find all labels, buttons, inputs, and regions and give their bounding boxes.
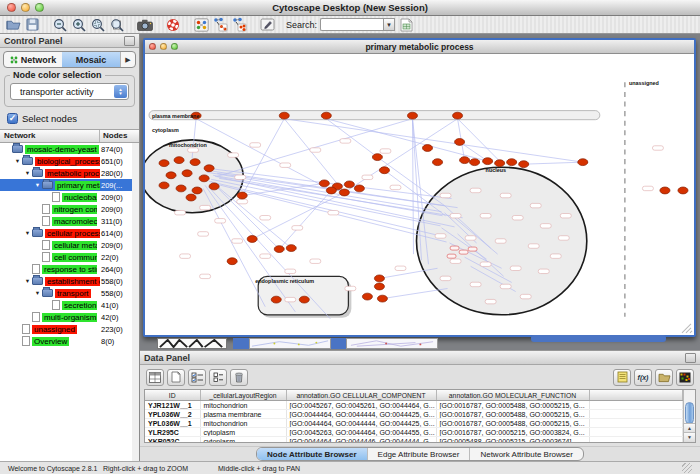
network-node[interactable] — [362, 293, 372, 300]
tree-row[interactable]: ▼metabolic process280(0) — [0, 167, 132, 179]
network-node[interactable] — [372, 154, 382, 161]
annotation-icon[interactable] — [259, 17, 275, 32]
network-node[interactable] — [190, 159, 200, 166]
network-node[interactable] — [578, 159, 588, 166]
network-edge[interactable] — [326, 119, 377, 157]
network-node[interactable] — [299, 296, 309, 303]
attribute-table-icon[interactable] — [146, 369, 164, 386]
background-window-edge[interactable] — [531, 335, 666, 342]
network-node[interactable] — [423, 145, 433, 152]
import-network-icon[interactable] — [398, 17, 414, 32]
tree-row[interactable]: mosaic-demo-yeast874(0) — [0, 143, 132, 155]
zoom-fit-icon[interactable] — [109, 17, 125, 32]
more-tabs-icon[interactable]: ▶ — [120, 52, 135, 67]
tree-row[interactable]: response to stimulu264(0) — [0, 263, 132, 275]
create-network-view-icon[interactable] — [193, 17, 209, 32]
import-attributes-icon[interactable] — [655, 369, 673, 386]
scrollbar-thumb[interactable] — [685, 402, 694, 424]
background-window-view[interactable] — [346, 338, 438, 349]
zoom-selected-region-icon[interactable] — [90, 17, 106, 32]
expand-arrow-icon[interactable]: ▼ — [33, 182, 42, 188]
network-node-outline[interactable] — [450, 246, 459, 250]
network-node[interactable] — [321, 112, 331, 119]
close-icon[interactable] — [149, 43, 156, 50]
network-node[interactable] — [453, 112, 463, 119]
tree-row[interactable]: ▼establishment of lo558(0) — [0, 275, 132, 287]
zoom-in-icon[interactable] — [71, 17, 87, 32]
table-row[interactable]: YLR295Ccytoplasm[GO:0045263, GO:0044464,… — [145, 428, 683, 437]
network-node[interactable] — [374, 283, 384, 290]
network-node[interactable] — [433, 159, 443, 166]
network-node[interactable] — [374, 275, 384, 282]
window-resize-grip[interactable] — [682, 324, 692, 333]
network-node[interactable] — [660, 187, 670, 194]
minimize-icon[interactable] — [21, 3, 30, 12]
network-node[interactable] — [182, 170, 192, 177]
network-node[interactable] — [460, 157, 470, 164]
zoom-out-icon[interactable] — [52, 17, 68, 32]
network-node-outline[interactable] — [447, 254, 456, 258]
minimize-icon[interactable] — [160, 43, 167, 50]
table-row[interactable]: YPL036W__2plasma membrane[GO:0044464, GO… — [145, 410, 683, 419]
tree-row[interactable]: nitrogen compo209(0) — [0, 203, 132, 215]
network-node[interactable] — [247, 236, 257, 243]
tree-row[interactable]: ▼cellular process614(0) — [0, 227, 132, 239]
network-node[interactable] — [159, 182, 169, 189]
zoom-window-icon[interactable] — [171, 43, 178, 50]
tree-row[interactable]: nucleobase-209(0) — [0, 191, 132, 203]
expand-arrow-icon[interactable]: ▼ — [23, 170, 32, 176]
network-node[interactable] — [377, 295, 387, 302]
network-node[interactable] — [495, 160, 505, 167]
tree-col-network[interactable]: Network — [0, 130, 100, 142]
expand-arrow-icon[interactable]: ▼ — [13, 158, 22, 164]
tab-mosaic[interactable]: Mosaic — [62, 52, 120, 67]
search-dropdown-icon[interactable]: ▼ — [383, 18, 395, 31]
resize-grip[interactable] — [682, 463, 692, 473]
snapshot-camera-icon[interactable] — [137, 17, 153, 32]
table-row[interactable]: YJR121W__1mitochondrion[GO:0045267, GO:0… — [145, 401, 683, 410]
network-node[interactable] — [174, 157, 184, 164]
network-edge[interactable] — [203, 188, 265, 306]
network-node[interactable] — [176, 185, 186, 192]
network-canvas[interactable]: plasma membrane cytoplasm mitochondrion … — [145, 54, 694, 335]
heatmap-matrix-icon[interactable] — [676, 369, 694, 386]
help-lifesaver-icon[interactable] — [165, 17, 181, 32]
tab-edge-attribute-browser[interactable]: Edge Attribute Browser — [368, 448, 471, 460]
network-node[interactable] — [470, 159, 480, 166]
table-scrollbar[interactable]: ▲ ▼ — [683, 390, 695, 442]
table-row[interactable]: YPL036W__1mitochondrion[GO:0044464, GO:0… — [145, 419, 683, 428]
network-node[interactable] — [379, 167, 389, 174]
background-window-edge[interactable] — [233, 338, 249, 349]
network-node[interactable] — [326, 187, 336, 194]
network-node[interactable] — [227, 258, 237, 265]
search-input[interactable] — [320, 18, 383, 31]
network-node[interactable] — [204, 165, 214, 172]
tab-node-attribute-browser[interactable]: Node Attribute Browser — [257, 448, 368, 460]
network-node[interactable] — [186, 194, 196, 201]
tree-row[interactable]: cellular metabol209(0) — [0, 239, 132, 251]
expand-arrow-icon[interactable]: ▼ — [23, 230, 32, 236]
network-node[interactable] — [507, 159, 517, 166]
network-edge[interactable] — [524, 162, 583, 164]
background-window-overview[interactable] — [157, 338, 227, 349]
network-node[interactable] — [166, 172, 176, 179]
tree-row[interactable]: ▼transport558(0) — [0, 287, 132, 299]
select-attributes-icon[interactable] — [188, 369, 206, 386]
tree-row[interactable]: cell communicat22(0) — [0, 251, 132, 263]
network-node[interactable] — [339, 189, 349, 196]
network-node[interactable] — [271, 296, 281, 303]
float-panel-icon[interactable] — [124, 36, 135, 46]
tree-row[interactable]: multi-organism pro42(0) — [0, 311, 132, 323]
network-node[interactable] — [319, 180, 329, 187]
network-edge[interactable] — [284, 119, 583, 162]
column-header[interactable]: _cellularLayoutRegion — [200, 390, 286, 401]
expand-arrow-icon[interactable]: ▼ — [23, 278, 32, 284]
tab-network[interactable]: Network — [4, 52, 62, 67]
network-node[interactable] — [279, 112, 289, 119]
color-attribute-dropdown[interactable]: transporter activity ▲▼ — [10, 83, 129, 100]
new-attribute-icon[interactable] — [167, 369, 185, 386]
network-node[interactable] — [483, 158, 493, 165]
tab-network-attribute-browser[interactable]: Network Attribute Browser — [470, 448, 582, 460]
network-window-titlebar[interactable]: primary metabolic process — [145, 40, 694, 54]
save-session-icon[interactable] — [24, 17, 40, 32]
